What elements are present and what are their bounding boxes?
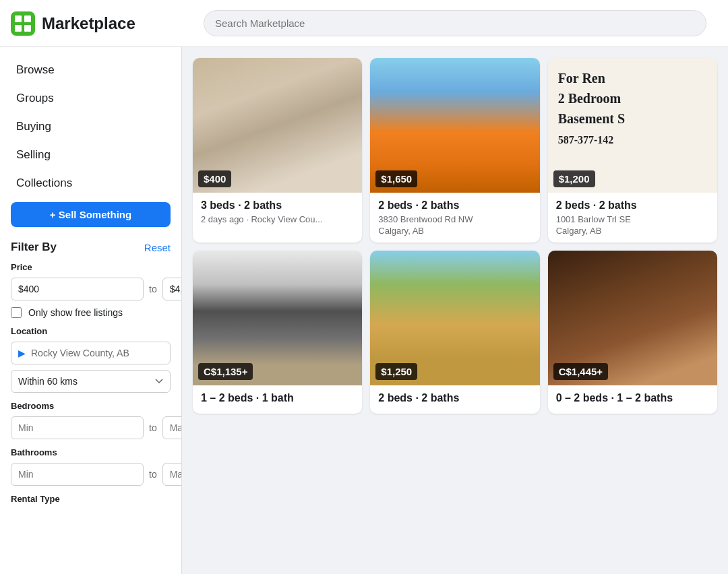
listing-image-4: C$1,135+ [193,251,362,385]
sidebar-item-groups[interactable]: Groups [5,85,176,112]
listing-beds-baths: 3 beds · 2 baths [201,199,354,212]
sidebar-item-buying[interactable]: Buying [5,113,176,140]
listing-price-badge: $1,650 [375,170,417,187]
bathrooms-min-input[interactable] [11,463,144,486]
listing-card-6[interactable]: C$1,445+ 0 – 2 beds · 1 – 2 baths [548,251,717,414]
search-input[interactable] [204,10,706,36]
bathrooms-max-input[interactable] [162,463,182,486]
listing-info: 0 – 2 beds · 1 – 2 baths [548,385,717,414]
listing-image-6: C$1,445+ [548,251,717,385]
listing-beds-baths: 1 – 2 beds · 1 bath [201,392,354,404]
bedrooms-min-input[interactable] [11,416,144,439]
distance-select[interactable]: Within 60 kms Within 10 kms Within 20 km… [11,370,171,393]
filter-title: Filter By [11,241,57,254]
svg-rect-3 [15,25,22,32]
filter-section: Filter By Reset Price to Only show free … [0,232,181,504]
content-area: $400 3 beds · 2 baths 2 days ago · Rocky… [182,47,728,574]
marketplace-title: Marketplace [42,14,135,33]
location-text: Rocky View County, AB [31,348,129,358]
location-icon: ▶ [18,348,26,358]
listing-address: 3830 Brentwood Rd NW [378,214,531,224]
price-min-input[interactable] [11,278,144,300]
listing-beds-baths: 2 beds · 2 baths [556,199,709,212]
listing-price-badge: C$1,135+ [198,363,253,380]
price-range-row: to [11,278,171,300]
listing-image-5: $1,250 [370,251,539,385]
listings-grid: $400 3 beds · 2 baths 2 days ago · Rocky… [193,58,717,414]
free-listings-checkbox[interactable] [11,307,22,318]
listing-info: 3 beds · 2 baths 2 days ago · Rocky View… [193,193,362,231]
sidebar-item-browse[interactable]: Browse [5,57,176,84]
marketplace-icon [11,11,35,36]
listing-info: 2 beds · 2 baths 3830 Brentwood Rd NW Ca… [370,193,539,243]
svg-rect-0 [11,11,35,36]
svg-rect-1 [15,15,22,22]
location-label: Location [11,326,171,336]
top-bar: Marketplace [0,0,728,47]
listing-info: 2 beds · 2 baths [370,385,539,414]
listing-image-1: $400 [193,58,362,193]
logo: Marketplace [11,11,193,36]
listing-info: 2 beds · 2 baths 1001 Barlow Trl SE Calg… [548,193,717,243]
bedrooms-row: to [11,416,171,439]
listing-image-3: For Ren2 BedroomBasement S587-377-142 $1… [548,58,717,193]
bathrooms-label: Bathrooms [11,447,171,457]
listing-beds-baths: 2 beds · 2 baths [378,199,531,212]
sidebar-item-collections[interactable]: Collections [5,170,176,197]
sell-something-button[interactable]: + Sell Something [11,202,171,227]
bedrooms-max-input[interactable] [162,416,182,439]
svg-rect-4 [24,25,31,32]
bathrooms-row: to [11,463,171,486]
listing-price-badge: C$1,445+ [553,363,608,380]
listing-image-2: $1,650 [370,58,539,193]
listing-address: 1001 Barlow Trl SE [556,214,709,224]
listing-price-badge: $1,200 [553,170,595,187]
filter-header: Filter By Reset [11,241,171,254]
sidebar: BrowseGroupsBuyingSellingCollections + S… [0,47,182,574]
listing-price-badge: $400 [198,170,231,187]
search-container [193,10,717,36]
listing-meta: Calgary, AB [378,226,531,236]
svg-rect-2 [24,15,31,22]
free-listings-label: Only show free listings [28,307,123,318]
listing-card-4[interactable]: C$1,135+ 1 – 2 beds · 1 bath [193,251,362,414]
reset-button[interactable]: Reset [144,242,171,253]
sidebar-item-selling[interactable]: Selling [5,141,176,168]
price-label: Price [11,262,171,272]
price-separator: to [149,284,157,294]
listing-card-1[interactable]: $400 3 beds · 2 baths 2 days ago · Rocky… [193,58,362,243]
listing-meta: Calgary, AB [556,226,709,236]
listing-card-3[interactable]: For Ren2 BedroomBasement S587-377-142 $1… [548,58,717,243]
listing-price-badge: $1,250 [375,363,417,380]
price-max-input[interactable] [162,278,182,300]
listing-beds-baths: 2 beds · 2 baths [378,392,531,404]
listing-info: 1 – 2 beds · 1 bath [193,385,362,414]
listing-card-2[interactable]: $1,650 2 beds · 2 baths 3830 Brentwood R… [370,58,539,243]
location-input-container[interactable]: ▶ Rocky View County, AB [11,342,171,364]
bedrooms-separator: to [149,422,157,433]
main-layout: BrowseGroupsBuyingSellingCollections + S… [0,47,728,574]
free-listings-row: Only show free listings [11,307,171,318]
rental-type-label: Rental Type [11,494,171,504]
listing-beds-baths: 0 – 2 beds · 1 – 2 baths [556,392,709,404]
listing-card-5[interactable]: $1,250 2 beds · 2 baths [370,251,539,414]
bathrooms-separator: to [149,469,157,480]
bedrooms-label: Bedrooms [11,401,171,411]
listing-meta: 2 days ago · Rocky View Cou... [201,214,354,224]
